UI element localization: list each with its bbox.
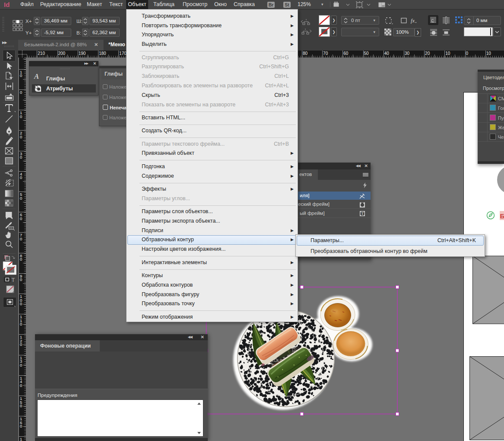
svg-text:T: T — [361, 211, 364, 216]
svg-text:T: T — [12, 277, 15, 283]
svg-text:Б: Б — [500, 212, 504, 220]
svg-text:fx: fx — [411, 17, 415, 24]
